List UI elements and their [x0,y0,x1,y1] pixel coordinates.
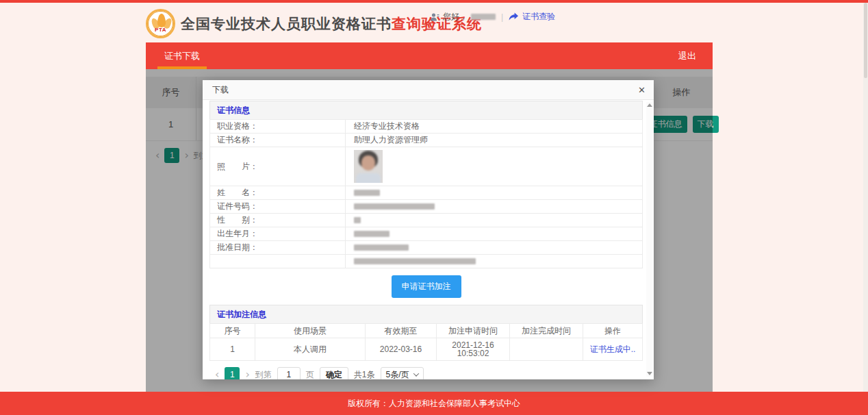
masked-value [354,190,380,196]
download-modal: 下载 ✕ 证书信息 职业资格： 经济专业技术资格 证书名称： 助理人力资源管理师… [203,80,654,379]
logo-text: PTA [155,27,166,33]
page-size-value: 5条/页 [386,369,409,380]
field-label: 出生年月： [210,227,346,241]
total-count: 共1条 [354,369,375,380]
cert-info-row-photo: 照 片： [210,147,643,186]
apply-row: 申请证书加注 [209,275,643,298]
modal-title: 下载 [212,80,229,100]
page-title-main: 全国专业技术人员职业资格证书 [181,16,392,32]
portrait-photo [354,150,383,183]
cert-info-row: 职业资格： 经济专业技术资格 [210,120,643,134]
cell-valid-until: 2022-03-16 [366,338,437,361]
field-label: 证件号码： [210,200,346,214]
masked-value [354,217,361,223]
scroll-down-icon[interactable] [647,372,652,375]
field-label: 性 别： [210,214,346,227]
browser-scrollbar[interactable] [863,3,868,392]
share-arrow-icon [509,12,519,21]
col-header: 使用场景 [255,324,366,338]
user-icon [430,12,439,22]
site-header: PTA 全国专业技术人员职业资格证书查询验证系统 您好， | 证书查验 [146,3,713,42]
greeting-text: 您好， [443,11,468,23]
divider: | [501,12,503,22]
annotation-header-row: 序号 使用场景 有效期至 加注申请时间 加注完成时间 操作 [210,324,643,338]
cert-info-row: 性 别： [210,214,643,227]
cert-info-row: 证书名称： 助理人力资源管理师 [210,134,643,147]
field-label: 姓 名： [210,186,346,200]
cert-info-row [210,255,643,268]
cell-complete-time [510,338,583,361]
nav-bar: 证书下载 退出 [146,42,713,69]
annotation-table: 序号 使用场景 有效期至 加注申请时间 加注完成时间 操作 1 本人调用 202… [209,323,643,361]
field-value [346,186,643,200]
goto-suffix: 页 [306,369,314,380]
field-label: 职业资格： [210,120,346,134]
section-title-annotation: 证书加注信息 [209,305,643,323]
cert-info-table: 职业资格： 经济专业技术资格 证书名称： 助理人力资源管理师 照 片： [209,119,643,268]
col-header: 操作 [583,324,643,338]
cert-info-row: 姓 名： [210,186,643,200]
col-header: 有效期至 [366,324,437,338]
masked-value [354,258,476,264]
annotation-row: 1 本人调用 2022-03-16 2021-12-16 10:53:02 证书… [210,338,643,361]
field-label: 证书名称： [210,134,346,147]
cell-scene: 本人调用 [255,338,366,361]
chevron-down-icon [413,370,418,376]
cell-index: 1 [210,338,255,361]
col-header: 加注完成时间 [510,324,583,338]
prev-page-icon[interactable]: ‹ [215,369,219,379]
field-value [346,147,643,186]
page-size-select[interactable]: 5条/页 [381,367,424,379]
col-header: 加注申请时间 [437,324,510,338]
scroll-up-icon[interactable] [647,103,652,107]
footer: 版权所有：人力资源和社会保障部人事考试中心 [0,392,868,415]
next-page-icon[interactable]: › [245,369,249,379]
masked-value [354,203,435,210]
modal-pagination: ‹ 1 › 到第 页 确定 共1条 5条/页 [215,367,643,379]
field-value [346,200,643,214]
modal-header: 下载 ✕ [203,80,654,100]
goto-label: 到第 [255,369,272,380]
pta-logo-icon: PTA [146,9,175,38]
cert-info-row: 出生年月： [210,227,643,241]
field-value [346,227,643,241]
field-value [346,214,643,227]
goto-page-input[interactable] [277,367,301,379]
field-value [346,241,643,255]
cert-info-row: 批准日期： [210,241,643,255]
tab-cert-download[interactable]: 证书下载 [157,42,207,69]
cell-apply-time: 2021-12-16 10:53:02 [437,338,510,361]
field-value [346,255,643,268]
field-label [210,255,346,268]
masked-value [354,231,390,237]
cert-generating-link[interactable]: 证书生成中.. [590,344,636,354]
field-value: 经济专业技术资格 [346,120,643,134]
col-header: 序号 [210,324,255,338]
portrait-photo-blur [354,150,383,183]
field-label: 照 片： [210,147,346,186]
close-icon[interactable]: ✕ [638,80,646,100]
logout-button[interactable]: 退出 [678,42,696,69]
logo-petal [157,14,166,27]
cert-info-row: 证件号码： [210,200,643,214]
cert-check-link[interactable]: 证书查验 [522,11,555,23]
page-number-button[interactable]: 1 [225,367,240,379]
user-area: 您好， | 证书查验 [430,11,555,23]
field-label: 批准日期： [210,241,346,255]
masked-value [354,244,409,251]
page: PTA 全国专业技术人员职业资格证书查询验证系统 您好， | 证书查验 证书下载 [0,0,868,415]
section-title-cert-info: 证书信息 [209,101,643,119]
field-value: 助理人力资源管理师 [346,134,643,147]
apply-annotation-button[interactable]: 申请证书加注 [392,275,461,298]
username-masked [471,14,496,20]
tab-cert-download-label: 证书下载 [164,51,200,61]
confirm-button[interactable]: 确定 [320,367,348,379]
modal-body: 证书信息 职业资格： 经济专业技术资格 证书名称： 助理人力资源管理师 照 片： [203,101,654,379]
browser-scrollbar-thumb[interactable] [864,3,867,78]
modal-scrollbar[interactable] [646,102,652,377]
